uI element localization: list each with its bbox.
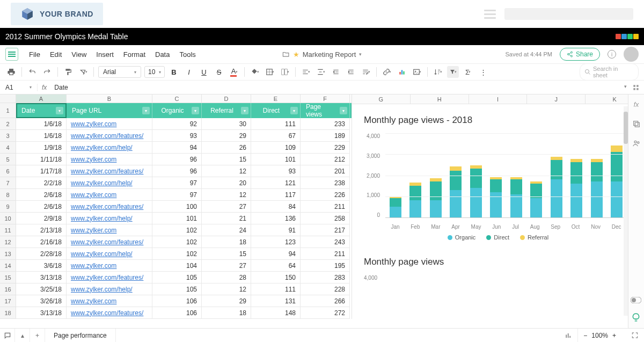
cell[interactable]: 106 — [152, 295, 202, 307]
cell[interactable]: 1/11/18 — [16, 154, 67, 165]
cell[interactable]: 29 — [202, 295, 251, 307]
cell[interactable]: 27 — [202, 260, 251, 272]
cell[interactable]: 189 — [301, 130, 350, 142]
row-number[interactable]: 18 — [0, 307, 16, 319]
cell[interactable]: 2/2/18 — [16, 177, 67, 189]
cell[interactable]: 2/13/18 — [16, 224, 67, 236]
cell[interactable]: 1/9/18 — [16, 142, 67, 154]
cell[interactable]: 123 — [251, 236, 301, 248]
cell[interactable]: 18 — [202, 307, 251, 319]
font-select[interactable]: Arial▾ — [98, 66, 141, 78]
cell[interactable]: 101 — [251, 154, 301, 165]
cell[interactable]: 211 — [301, 248, 350, 260]
cell[interactable]: 15 — [202, 248, 251, 260]
row-number[interactable]: 13 — [0, 248, 16, 260]
col-header-F[interactable]: F — [301, 94, 350, 103]
bar-Sep[interactable] — [551, 157, 562, 217]
bar-Jan[interactable] — [390, 197, 401, 217]
cell[interactable]: 26 — [202, 142, 251, 154]
cell[interactable]: 195 — [301, 260, 350, 272]
row-number[interactable]: 7 — [0, 177, 16, 189]
link-icon[interactable]: ▾ — [381, 66, 393, 78]
fx-sidebar-icon[interactable]: fx — [632, 100, 641, 110]
zoom-control[interactable]: − 100% + — [577, 329, 621, 342]
row-number[interactable]: 6 — [0, 165, 16, 177]
cell[interactable]: 92 — [152, 118, 202, 130]
cell[interactable]: www.zylker.com/help/ — [67, 213, 152, 224]
select-all-corner[interactable] — [0, 94, 16, 103]
wrap-icon[interactable]: ▾ — [360, 66, 372, 78]
row-number[interactable]: 5 — [0, 154, 16, 165]
row-number[interactable]: 2 — [0, 118, 16, 130]
cell[interactable]: 97 — [152, 177, 202, 189]
cell[interactable]: www.zylker.com — [67, 260, 152, 272]
bar-May[interactable] — [470, 165, 482, 217]
row-number[interactable]: 17 — [0, 295, 16, 307]
chart-icon[interactable] — [396, 66, 408, 78]
cell[interactable]: 20 — [202, 177, 251, 189]
col-header-E[interactable]: E — [251, 94, 301, 103]
cell[interactable]: 3/26/18 — [16, 295, 67, 307]
sheet-tab[interactable]: Page performance — [45, 329, 116, 342]
bar-Oct[interactable] — [570, 159, 582, 217]
cell[interactable]: 2/16/18 — [16, 236, 67, 248]
cell[interactable]: 238 — [301, 177, 350, 189]
italic-button[interactable]: I — [183, 68, 195, 76]
fx-icon[interactable]: fx — [38, 84, 51, 91]
row-number[interactable]: 10 — [0, 213, 16, 224]
filter-dropdown-icon[interactable]: ▾ — [192, 107, 199, 114]
cell[interactable]: 148 — [251, 307, 301, 319]
row-number[interactable]: 16 — [0, 283, 16, 295]
image-icon[interactable]: ▾ — [411, 66, 423, 78]
menu-file[interactable]: File — [29, 50, 40, 59]
filter-icon[interactable]: ▾ — [447, 66, 459, 78]
toggle-icon[interactable] — [630, 294, 642, 306]
filter-dropdown-icon[interactable]: ▾ — [56, 107, 63, 114]
cell[interactable]: 2/28/18 — [16, 248, 67, 260]
cell[interactable]: www.zylker.com — [67, 224, 152, 236]
bar-Feb[interactable] — [409, 183, 421, 217]
indent-decrease-icon[interactable] — [330, 66, 342, 78]
undo-icon[interactable] — [26, 66, 38, 78]
sheet-menu-icon[interactable] — [5, 48, 18, 61]
col-header-J[interactable]: J — [527, 94, 586, 104]
header-direct[interactable]: Direct▾ — [251, 103, 301, 118]
cell[interactable]: www.zylker.com/help/ — [67, 283, 152, 295]
col-header-I[interactable]: I — [469, 94, 528, 104]
search-input[interactable]: Search in sheet — [580, 63, 639, 81]
filter-dropdown-icon[interactable]: ▾ — [241, 107, 248, 114]
zoom-out-button[interactable]: − — [583, 332, 587, 339]
clear-format-icon[interactable]: ▾ — [77, 66, 89, 78]
bar-Dec[interactable] — [611, 145, 623, 217]
row-number[interactable]: 1 — [0, 103, 16, 118]
cell[interactable]: www.zylker.com/help/ — [67, 142, 152, 154]
cell[interactable]: www.zylker.com — [67, 154, 152, 165]
row-number[interactable]: 12 — [0, 236, 16, 248]
cell[interactable]: 12 — [202, 283, 251, 295]
cell[interactable]: 102 — [152, 236, 202, 248]
vertical-scrollbar[interactable] — [624, 106, 628, 316]
comment-icon[interactable] — [0, 329, 15, 342]
col-header-B[interactable]: B — [67, 94, 152, 103]
menu-data[interactable]: Data — [155, 50, 170, 59]
borders-icon[interactable]: ▾ — [264, 66, 276, 78]
cell[interactable]: 228 — [301, 283, 350, 295]
cell[interactable]: 96 — [152, 154, 202, 165]
header-page-views[interactable]: Page views▾ — [301, 103, 350, 118]
cell[interactable]: 111 — [251, 118, 301, 130]
header-referral[interactable]: Referral▾ — [202, 103, 251, 118]
filter-dropdown-icon[interactable]: ▾ — [142, 107, 150, 114]
cell[interactable]: www.zylker.com/help/ — [67, 177, 152, 189]
cell[interactable]: www.zylker.com/help/ — [67, 248, 152, 260]
bar-Aug[interactable] — [530, 181, 542, 217]
redo-icon[interactable] — [41, 66, 53, 78]
cell[interactable]: www.zylker.com/features/ — [67, 165, 152, 177]
cell[interactable]: 93 — [251, 165, 301, 177]
cell[interactable]: 243 — [301, 236, 350, 248]
cell[interactable]: 121 — [251, 177, 301, 189]
zoom-in-button[interactable]: + — [612, 332, 616, 339]
cell[interactable]: 266 — [301, 295, 350, 307]
col-header-G[interactable]: G — [352, 94, 411, 104]
row-number[interactable]: 11 — [0, 224, 16, 236]
avatar[interactable] — [624, 47, 639, 62]
